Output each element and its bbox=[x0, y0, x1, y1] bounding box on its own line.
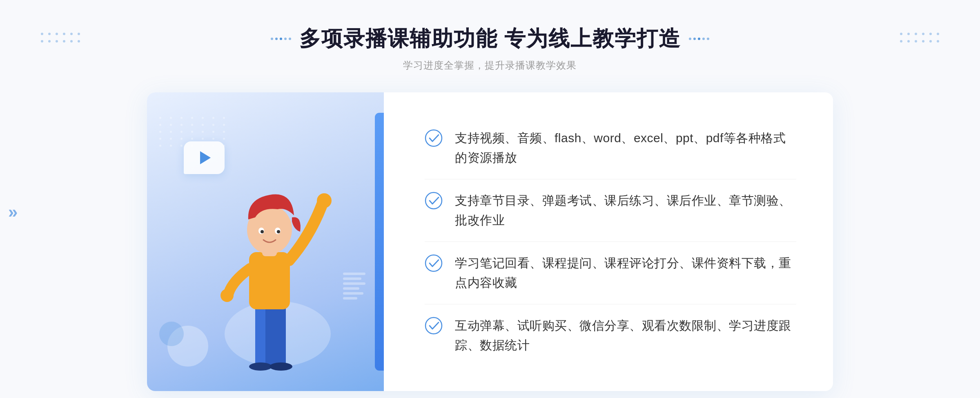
svg-point-17 bbox=[425, 318, 442, 334]
svg-rect-2 bbox=[265, 301, 286, 367]
subtitle: 学习进度全掌握，提升录播课教学效果 bbox=[271, 59, 709, 72]
feature-text-3: 学习笔记回看、课程提问、课程评论打分、课件资料下载，重点内容收藏 bbox=[455, 253, 796, 293]
svg-point-7 bbox=[220, 289, 234, 302]
content-area: 支持视频、音频、flash、word、excel、ppt、pdf等各种格式的资源… bbox=[147, 92, 833, 391]
feature-text-2: 支持章节目录、弹题考试、课后练习、课后作业、章节测验、批改作业 bbox=[455, 191, 796, 230]
header-decorators: 多项录播课辅助功能 专为线上教学打造 bbox=[271, 25, 709, 53]
left-arrow-decoration: » bbox=[8, 202, 13, 222]
feature-item-1: 支持视频、音频、flash、word、excel、ppt、pdf等各种格式的资源… bbox=[425, 117, 796, 179]
right-features-panel: 支持视频、音频、flash、word、excel、ppt、pdf等各种格式的资源… bbox=[384, 92, 833, 391]
check-icon-1 bbox=[425, 129, 443, 147]
feature-text-1: 支持视频、音频、flash、word、excel、ppt、pdf等各种格式的资源… bbox=[455, 128, 796, 168]
svg-point-14 bbox=[425, 130, 442, 146]
check-icon-2 bbox=[425, 192, 443, 210]
svg-point-4 bbox=[270, 362, 292, 371]
blue-separator-bar bbox=[375, 113, 384, 371]
check-icon-4 bbox=[425, 317, 443, 335]
feature-item-4: 互动弹幕、试听购买、微信分享、观看次数限制、学习进度跟踪、数据统计 bbox=[425, 304, 796, 367]
svg-point-16 bbox=[425, 255, 442, 271]
feature-item-2: 支持章节目录、弹题考试、课后练习、课后作业、章节测验、批改作业 bbox=[425, 179, 796, 242]
decorator-dots-right bbox=[689, 38, 709, 40]
feature-item-3: 学习笔记回看、课程提问、课程评论打分、课件资料下载，重点内容收藏 bbox=[425, 242, 796, 304]
figure-illustration bbox=[196, 162, 335, 391]
header-section: 多项录播课辅助功能 专为线上教学打造 学习进度全掌握，提升录播课教学效果 bbox=[271, 25, 709, 72]
svg-point-15 bbox=[425, 192, 442, 209]
left-illustration-panel bbox=[147, 92, 384, 391]
check-icon-3 bbox=[425, 254, 443, 272]
svg-point-3 bbox=[249, 362, 272, 371]
svg-point-13 bbox=[277, 230, 280, 233]
page-wrapper: » 多项录播课辅助功能 专为线上教学打造 学习进度全掌握，提升录播课教学效果 bbox=[0, 0, 980, 398]
svg-point-11 bbox=[261, 230, 264, 233]
feature-text-4: 互动弹幕、试听购买、微信分享、观看次数限制、学习进度跟踪、数据统计 bbox=[455, 316, 796, 355]
main-title: 多项录播课辅助功能 专为线上教学打造 bbox=[299, 25, 681, 53]
bg-dots-top-left bbox=[41, 33, 80, 42]
decorator-dots-left bbox=[271, 38, 291, 40]
stripes-decoration bbox=[343, 273, 368, 309]
bg-dots-top-right bbox=[900, 33, 939, 42]
circle-decoration-2 bbox=[159, 322, 184, 346]
svg-point-6 bbox=[317, 193, 332, 208]
